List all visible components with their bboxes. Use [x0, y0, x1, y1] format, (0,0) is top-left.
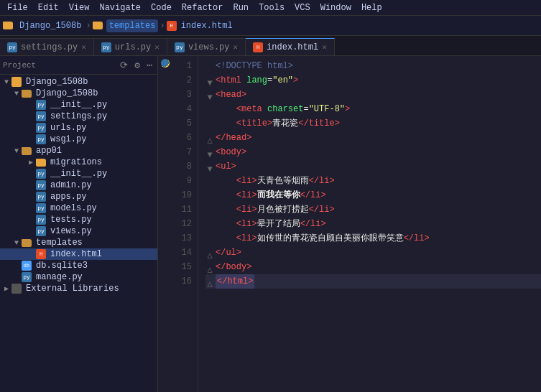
tree-ext-label: External Libraries	[26, 284, 119, 294]
line-num-16: 16	[178, 274, 192, 289]
line-num-7: 7	[178, 145, 192, 159]
html-close-tag: </html>	[216, 274, 254, 289]
fold-2[interactable]: ▼	[205, 76, 214, 85]
tree-init-icon: py	[36, 100, 46, 110]
more-icon[interactable]: ⋯	[144, 59, 154, 72]
li3-content: 月色被打捞起	[257, 202, 309, 217]
code-line-12: <li>晕开了结局</li>	[205, 217, 541, 231]
breadcrumb-templates[interactable]: templates	[106, 19, 159, 32]
head-close-tag: </head>	[216, 131, 251, 145]
tab-settings-py[interactable]: py settings.py ✕	[0, 38, 94, 55]
menu-run[interactable]: Run	[228, 1, 253, 14]
li4-content: 晕开了结局	[257, 217, 300, 231]
tree-settings-label: settings.py	[50, 111, 107, 121]
line-numbers: 1 2 3 4 5 6 7 8 9 10 11 12 13 14 15 16	[172, 56, 198, 392]
code-line-11: <li>月色被打捞起</li>	[205, 202, 541, 217]
menu-vcs[interactable]: VCS	[290, 1, 315, 14]
menu-code[interactable]: Code	[147, 1, 176, 14]
tree-migrations[interactable]: ▶ migrations	[0, 157, 157, 168]
tree-wsgi-py[interactable]: py wsgi.py	[0, 134, 157, 145]
tree-index-html[interactable]: H index.html	[0, 248, 157, 260]
line-num-10: 10	[178, 188, 192, 202]
html-tag-open: <	[216, 73, 221, 88]
tree-apps-label: apps.py	[50, 192, 86, 202]
menu-edit[interactable]: Edit	[34, 1, 63, 14]
tab-index-html[interactable]: H index.html ✕	[246, 38, 335, 55]
breadcrumb: Django_1508b › templates › H index.html	[3, 19, 236, 32]
code-area[interactable]: 1 2 3 4 5 6 7 8 9 10 11 12 13 14 15 16	[158, 56, 541, 392]
fold-6[interactable]: △	[205, 134, 214, 142]
gutter-12	[158, 214, 172, 228]
code-content[interactable]: <!DOCTYPE html> ▼ <html lang="en"> ▼ <he…	[198, 56, 541, 392]
sync-icon[interactable]: ⟳	[118, 59, 130, 72]
tree-django-folder[interactable]: ▼ Django_1508b	[0, 88, 157, 99]
li2-content: 而我在等你	[257, 188, 300, 202]
title-tag-close: </title>	[298, 116, 340, 131]
tree-admin-py[interactable]: py admin.py	[0, 179, 157, 191]
fold-1[interactable]	[205, 62, 214, 70]
tree-app01-init[interactable]: py __init__.py	[0, 168, 157, 179]
tree-manage-py[interactable]: py manage.py	[0, 271, 157, 283]
fold-14[interactable]: △	[205, 248, 214, 257]
templates-folder-icon	[93, 22, 103, 29]
ul-tag: <ul>	[216, 159, 236, 174]
menu-file[interactable]: File	[3, 1, 32, 14]
breadcrumb-html-icon: H	[167, 21, 177, 31]
tree-apps-py[interactable]: py apps.py	[0, 191, 157, 202]
fold-10	[205, 191, 214, 200]
tab-settings-py-close[interactable]: ✕	[81, 42, 86, 52]
li1-content: 天青色等烟雨	[257, 174, 309, 188]
tree-external-libs[interactable]: ▶ External Libraries	[0, 283, 157, 294]
tree-app01[interactable]: ▼ app01	[0, 145, 157, 157]
menu-help[interactable]: Help	[357, 1, 387, 14]
line-num-5: 5	[178, 116, 192, 131]
tab-views-py-close[interactable]: ✕	[233, 42, 239, 52]
fold-3[interactable]: ▼	[205, 90, 214, 99]
ul-close-tag: </ul>	[216, 246, 241, 260]
gutter-2	[158, 70, 172, 85]
sidebar-label: Project	[3, 61, 36, 70]
body-tag: <body>	[216, 145, 246, 159]
tab-urls-py[interactable]: py urls.py ✕	[94, 38, 167, 55]
tree-models-py[interactable]: py models.py	[0, 202, 157, 214]
tree-urls-py[interactable]: py urls.py	[0, 122, 157, 134]
tree-views-py[interactable]: py views.py	[0, 225, 157, 237]
tree-init-py[interactable]: py __init__.py	[0, 99, 157, 111]
breadcrumb-project[interactable]: Django_1508b	[17, 19, 84, 32]
tree-tests-py[interactable]: py tests.py	[0, 214, 157, 225]
line-num-15: 15	[178, 260, 192, 274]
tab-index-html-close[interactable]: ✕	[322, 42, 327, 52]
python-logo-icon	[161, 59, 170, 67]
body-close-tag: </body>	[216, 260, 251, 274]
code-line-7: ▼ <body>	[205, 145, 541, 159]
settings-icon[interactable]: ⚙	[132, 59, 142, 72]
fold-15[interactable]: △	[205, 263, 214, 271]
fold-7[interactable]: ▼	[205, 148, 214, 157]
line-num-11: 11	[178, 202, 192, 217]
tab-urls-py-close[interactable]: ✕	[154, 42, 159, 52]
li5-indent	[216, 231, 236, 246]
gutter-14	[158, 243, 172, 257]
breadcrumb-file[interactable]: index.html	[178, 19, 236, 32]
gutter-1	[158, 56, 172, 70]
gutter-8	[158, 157, 172, 171]
tree-templates[interactable]: ▼ templates	[0, 237, 157, 248]
menu-navigate[interactable]: Navigate	[95, 1, 145, 14]
li3-close: </li>	[309, 202, 335, 217]
tab-views-py[interactable]: py views.py ✕	[167, 38, 246, 55]
tree-db-label: db.sqlite3	[36, 261, 88, 271]
tab-index-html-label: index.html	[267, 42, 318, 52]
menu-refactor[interactable]: Refactor	[177, 1, 228, 14]
code-editor: 1 2 3 4 5 6 7 8 9 10 11 12 13 14 15 16	[158, 56, 541, 392]
fold-16[interactable]: △	[205, 277, 214, 286]
fold-8[interactable]: ▼	[205, 162, 214, 171]
tree-db-icon: db	[22, 261, 32, 271]
line-num-6: 6	[178, 131, 192, 145]
tree-settings-py[interactable]: py settings.py	[0, 111, 157, 122]
html-lang-val: "en"	[272, 73, 293, 88]
tree-root[interactable]: ▼ Django_1508b	[0, 76, 157, 88]
menu-tools[interactable]: Tools	[254, 1, 289, 14]
tree-db-sqlite[interactable]: db db.sqlite3	[0, 260, 157, 271]
menu-window[interactable]: Window	[316, 1, 356, 14]
menu-view[interactable]: View	[65, 1, 94, 14]
